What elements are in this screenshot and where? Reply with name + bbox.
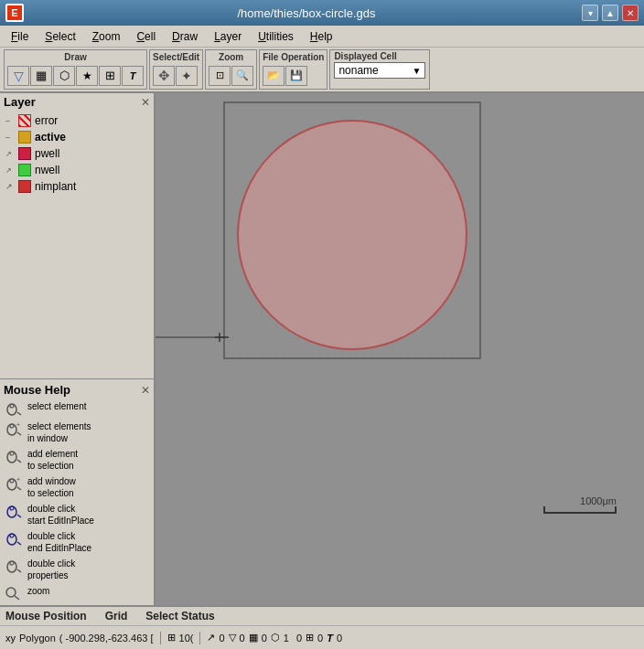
mh-icon-add bbox=[4, 448, 24, 464]
mouse-help-section: Mouse Help ✕ select element + select ele… bbox=[0, 378, 154, 605]
svg-line-9 bbox=[17, 460, 21, 463]
draw-text-btn[interactable]: T bbox=[122, 66, 144, 86]
menu-layer[interactable]: Layer bbox=[207, 28, 249, 45]
zoom-in-btn[interactable]: 🔍 bbox=[231, 66, 253, 86]
svg-point-20 bbox=[7, 561, 16, 572]
layer-name-active: active bbox=[35, 131, 66, 144]
toolbar-file-label: File Operation bbox=[263, 51, 324, 63]
select-btn[interactable]: ✥ bbox=[153, 66, 175, 86]
layer-item-error[interactable]: – error bbox=[4, 112, 150, 129]
zoom-fit-btn[interactable]: ⊡ bbox=[209, 66, 231, 86]
svg-line-24 bbox=[15, 596, 19, 600]
status-bottom: xy Polygon ( -900.298,-623.463 [ ⊞ 10( ↗… bbox=[0, 626, 644, 649]
menu-utilities[interactable]: Utilities bbox=[251, 28, 301, 45]
mh-item-dbl-start: double clickstart EditInPlace bbox=[4, 501, 150, 528]
mh-icon-select bbox=[4, 400, 24, 417]
window-title: /home/thies/box-circle.gds bbox=[31, 6, 582, 20]
toolbar-group-zoom: Zoom ⊡ 🔍 bbox=[205, 49, 257, 90]
displayed-cell-value[interactable]: noname ▼ bbox=[334, 62, 425, 79]
mh-icon-dbl-props bbox=[4, 558, 24, 574]
title-bar: E /home/thies/box-circle.gds ▾ ▲ ✕ bbox=[0, 0, 644, 26]
text-icon: T bbox=[327, 633, 333, 644]
sb-sep2 bbox=[199, 632, 200, 644]
svg-point-0 bbox=[7, 404, 16, 415]
mh-icon-zoom bbox=[4, 585, 24, 601]
layer-item-active[interactable]: – active bbox=[4, 129, 150, 145]
toolbar-group-select: Select/Edit ✥ ✦ bbox=[149, 49, 203, 90]
sb-sep1 bbox=[160, 632, 161, 644]
xy-icon: xy bbox=[5, 633, 16, 644]
close-button[interactable]: ✕ bbox=[622, 5, 639, 21]
toolbar-select-label: Select/Edit bbox=[153, 51, 199, 63]
mh-text-add-window: add windowto selection bbox=[27, 475, 76, 499]
edit-btn[interactable]: ✦ bbox=[176, 66, 198, 86]
mh-item-dbl-props: double clickproperties bbox=[4, 556, 150, 583]
app-icon: E bbox=[5, 4, 24, 22]
svg-line-5 bbox=[17, 432, 21, 435]
svg-point-15 bbox=[10, 506, 14, 510]
menu-zoom[interactable]: Zoom bbox=[85, 28, 128, 45]
svg-line-2 bbox=[17, 412, 21, 415]
drawing-svg bbox=[156, 93, 644, 605]
draw-box-btn[interactable]: ▦ bbox=[30, 66, 52, 86]
mh-icon-dbl-end bbox=[4, 530, 24, 547]
open-file-btn[interactable]: 📂 bbox=[263, 66, 284, 86]
canvas-area[interactable]: 1000μm bbox=[156, 93, 644, 605]
layer-item-nimplant[interactable]: ↗ nimplant bbox=[4, 178, 150, 195]
layer-name-pwell: pwell bbox=[35, 147, 59, 160]
svg-point-17 bbox=[7, 534, 16, 545]
layer-close-btn[interactable]: ✕ bbox=[141, 96, 150, 109]
menu-draw[interactable]: Draw bbox=[165, 28, 205, 45]
svg-point-11 bbox=[10, 479, 14, 483]
layer-item-pwell[interactable]: ↗ pwell bbox=[4, 145, 150, 162]
status-top: Mouse Position Grid Select Status bbox=[0, 607, 644, 626]
menu-help[interactable]: Help bbox=[303, 28, 340, 45]
menu-file[interactable]: File bbox=[4, 28, 36, 45]
displayed-cell-dropdown-icon[interactable]: ▼ bbox=[412, 66, 421, 76]
mouse-help-title: Mouse Help bbox=[4, 383, 70, 397]
layer-arrow-pwell: ↗ bbox=[5, 150, 15, 158]
triangle-icon: ▽ bbox=[229, 632, 236, 644]
draw-cell-btn[interactable]: ⊞ bbox=[99, 66, 121, 86]
draw-circle-btn[interactable]: ⬡ bbox=[53, 66, 75, 86]
minimize-button[interactable]: ▾ bbox=[582, 5, 598, 21]
svg-point-10 bbox=[7, 479, 16, 490]
layer-swatch-pwell bbox=[18, 147, 31, 160]
maximize-button[interactable]: ▲ bbox=[602, 5, 618, 21]
svg-text:+: + bbox=[16, 476, 20, 483]
mh-text-select: select element bbox=[27, 400, 86, 412]
layer-swatch-nimplant bbox=[18, 180, 31, 193]
layer-name-error: error bbox=[35, 114, 58, 127]
menu-cell[interactable]: Cell bbox=[129, 28, 163, 45]
toolbar-select-buttons: ✥ ✦ bbox=[153, 63, 199, 88]
menu-select[interactable]: Select bbox=[38, 28, 82, 45]
layer-swatch-error bbox=[18, 114, 31, 127]
toolbar-zoom-buttons: ⊡ 🔍 bbox=[209, 63, 253, 88]
draw-path-btn[interactable]: ★ bbox=[76, 66, 98, 86]
save-file-btn[interactable]: 💾 bbox=[285, 66, 307, 86]
mh-text-dbl-props: double clickproperties bbox=[27, 558, 75, 581]
menu-bar: File Select Zoom Cell Draw Layer Utiliti… bbox=[0, 26, 644, 48]
hex-val: 1 bbox=[284, 633, 289, 644]
svg-point-14 bbox=[7, 506, 16, 517]
svg-point-18 bbox=[10, 534, 14, 537]
svg-point-23 bbox=[6, 588, 16, 597]
main-content: Layer ✕ – error – active ↗ pwell bbox=[0, 93, 644, 605]
mouse-help-close-btn[interactable]: ✕ bbox=[141, 384, 150, 397]
hex-icon: ⬡ bbox=[271, 632, 280, 644]
coordinates-val: ( -900.298,-623.463 [ bbox=[59, 633, 154, 644]
status-select-status-label: Select Status bbox=[145, 610, 214, 622]
layer-arrow-nwell: ↗ bbox=[5, 166, 15, 175]
svg-point-7 bbox=[7, 452, 16, 463]
grid-val: 10( bbox=[179, 633, 194, 644]
toolbar-zoom-label: Zoom bbox=[209, 51, 253, 63]
layer-item-nwell[interactable]: ↗ nwell bbox=[4, 162, 150, 178]
scale-bar: 1000μm bbox=[543, 495, 617, 514]
shape-type-val: Polygon bbox=[19, 633, 56, 644]
svg-line-22 bbox=[17, 569, 21, 572]
mh-icon-dbl-start bbox=[4, 503, 24, 519]
arrow-icon: ↗ bbox=[207, 632, 215, 644]
toolbar-draw-buttons: ▽ ▦ ⬡ ★ ⊞ T bbox=[7, 63, 144, 88]
grid-icon: ⊞ bbox=[167, 632, 176, 644]
draw-polygon-btn[interactable]: ▽ bbox=[7, 66, 29, 86]
